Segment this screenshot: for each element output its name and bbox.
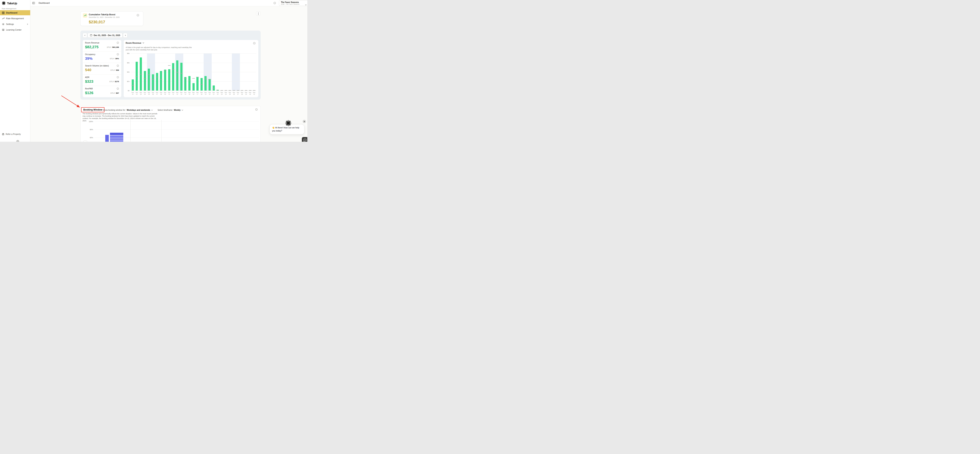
chart-title: Room Revenue [126, 42, 141, 44]
prev-range-button[interactable] [83, 33, 87, 38]
sidebar: TakeUp Rate Management Dashboard Rate Ma… [0, 0, 30, 142]
y-axis-tick: 80% [87, 129, 93, 131]
timeframe-value: Weekly [174, 109, 180, 111]
kebab-icon [258, 12, 259, 15]
y-axis-tick: 100% [87, 121, 93, 123]
property-name: The Fauxr Seasons [281, 1, 304, 3]
metric-value: $126 [85, 91, 93, 95]
metric-stly: STLY: $97 [110, 92, 119, 94]
stly-marker [241, 90, 243, 91]
stly-marker [229, 90, 231, 91]
period-separator [161, 120, 162, 142]
chevron-down-icon [305, 3, 307, 6]
revenue-bar [213, 86, 215, 91]
x-axis-tick: Dec11 [171, 92, 175, 95]
metric-stly: STLY: $275 [109, 80, 119, 83]
revenue-bar [152, 74, 154, 91]
x-axis-tick: Dec05 [147, 92, 151, 95]
booking-bar-segment [110, 133, 123, 135]
x-axis-tick: Dec27 [236, 92, 240, 95]
revenue-bar [188, 76, 191, 91]
info-icon[interactable] [137, 14, 139, 16]
revenue-bar [176, 61, 178, 91]
stly-marker [216, 90, 219, 90]
timeframe-dropdown[interactable]: Select timeframe: Weekly [158, 109, 183, 111]
booking-prev-page-button[interactable] [83, 140, 87, 142]
stly-marker [224, 90, 227, 91]
revenue-bar [192, 83, 195, 91]
sidebar-item-dashboard[interactable]: Dashboard [0, 10, 30, 15]
close-icon [304, 121, 305, 122]
x-axis-tick: Dec29 [244, 92, 248, 95]
x-axis-tick: Dec24 [224, 92, 228, 95]
logo[interactable]: TakeUp [2, 1, 17, 5]
info-icon[interactable] [117, 41, 119, 44]
booking-window-card: Booking Window Show booking window for: … [80, 106, 261, 142]
info-icon[interactable] [117, 76, 119, 78]
stly-marker [132, 85, 134, 86]
x-axis-tick: Dec21 [212, 92, 216, 95]
timeframe-label: Select timeframe: [158, 109, 173, 111]
info-icon[interactable] [117, 88, 119, 90]
metric-value: 39% [85, 56, 92, 61]
date-range-selector: Dec 01, 2025 - Dec 31, 2025 [83, 33, 127, 38]
y-axis-tick: $8k [127, 53, 130, 54]
next-range-button[interactable] [123, 33, 127, 38]
x-axis-tick: Dec17 [196, 92, 199, 95]
stly-marker [208, 79, 211, 80]
x-axis-tick: Dec10 [167, 92, 171, 95]
info-icon[interactable] [274, 2, 276, 4]
sidebar-item-learning-center[interactable]: Learning Center [0, 27, 30, 32]
y-axis-tick: 60% [87, 137, 93, 139]
x-axis-tick: Dec18 [199, 92, 204, 95]
chat-launcher-button[interactable] [302, 137, 307, 142]
info-icon[interactable] [117, 53, 119, 56]
chart-metric-selector[interactable]: Room Revenue [126, 42, 144, 44]
y-axis-tick: $6k [127, 62, 130, 64]
booking-bar-segment [110, 140, 123, 142]
stly-marker [192, 78, 195, 79]
metric-stly: STLY: 35% [110, 57, 119, 60]
booking-bar-segment [110, 135, 123, 138]
filter-label: Show booking window for: [103, 109, 126, 111]
revenue-bar [144, 71, 146, 91]
chat-bubble-icon [304, 139, 307, 142]
page-options-button[interactable] [256, 11, 260, 16]
page-title: Dashboard [38, 2, 49, 4]
sidebar-item-rate-management[interactable]: Rate Management [0, 16, 30, 21]
stly-marker [237, 90, 239, 91]
info-icon[interactable] [255, 108, 258, 111]
sidebar-item-settings[interactable]: Settings [0, 22, 30, 27]
gift-icon [2, 133, 4, 135]
trend-up-icon [83, 13, 87, 18]
metric-label: Occupancy [85, 53, 95, 56]
help-button[interactable] [16, 140, 19, 142]
chat-close-button[interactable] [302, 120, 306, 123]
stly-marker [172, 69, 175, 70]
property-code: 9998 - The Fauxr Seasons [281, 3, 304, 5]
x-axis-tick: Dec28 [240, 92, 244, 95]
y-axis-tick: $2k [127, 81, 130, 82]
metric-revpar: RevPAR $126 STLY: $97 [83, 86, 121, 97]
info-icon[interactable] [117, 64, 119, 67]
metric-value: 540 [85, 68, 91, 72]
chevron-right-icon [27, 23, 28, 25]
metric-label: Room Revenue [85, 41, 99, 44]
metric-adr: ADR $323 STLY: $275 [83, 74, 121, 86]
sidebar-item-refer-a-property[interactable]: Refer a Property [2, 133, 21, 135]
booking-window-filter-dropdown[interactable]: Show booking window for: Weekdays and we… [103, 109, 153, 111]
stly-marker [148, 75, 150, 75]
x-axis-tick: Dec04 [143, 92, 147, 95]
property-selector[interactable]: The Fauxr Seasons 9998 - The Fauxr Seaso… [279, 0, 307, 6]
revenue-bar [160, 71, 162, 91]
collapse-sidebar-button[interactable] [32, 2, 35, 4]
trend-icon [2, 17, 5, 20]
stly-marker [184, 78, 186, 79]
metric-value: $323 [85, 80, 93, 84]
x-axis-tick: Dec15 [188, 92, 191, 95]
revenue-bar [168, 69, 170, 91]
sidebar-section-label: Rate Management [2, 8, 16, 10]
date-range-display[interactable]: Dec 01, 2025 - Dec 31, 2025 [88, 33, 123, 38]
stly-marker [144, 78, 146, 79]
info-icon[interactable] [253, 42, 256, 45]
